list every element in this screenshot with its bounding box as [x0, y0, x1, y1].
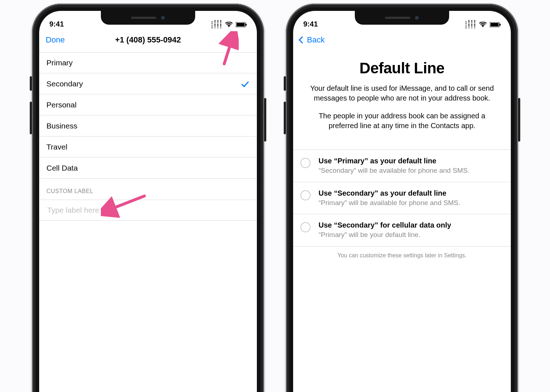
- custom-label-row[interactable]: [39, 200, 257, 221]
- option-subtitle: “Primary” will be your default line.: [319, 230, 451, 240]
- back-label: Back: [307, 35, 325, 45]
- option-title: Use “Secondary” for cellular data only: [319, 221, 451, 230]
- svg-rect-1: [237, 23, 245, 26]
- device-notch: [101, 11, 195, 25]
- label-row-celldata[interactable]: Cell Data: [39, 158, 257, 179]
- wifi-icon: [225, 22, 233, 28]
- battery-icon: [236, 22, 247, 27]
- status-time: 9:41: [49, 20, 64, 28]
- label-text: Travel: [46, 143, 67, 151]
- custom-label-input[interactable]: [46, 205, 250, 215]
- default-line-options: Use “Primary” as your default line “Seco…: [293, 150, 511, 246]
- device-notch: [355, 11, 449, 25]
- screen-default-line: 9:41 :!!!:!!! Back Default Line Your def…: [293, 11, 511, 392]
- label-text: Secondary: [46, 79, 83, 88]
- page-title: Default Line: [303, 60, 501, 77]
- label-text: Primary: [46, 58, 73, 67]
- label-row-primary[interactable]: Primary: [39, 52, 257, 73]
- radio-icon: [300, 222, 311, 232]
- label-list: Primary Secondary Personal Business Trav…: [39, 52, 257, 179]
- nav-bar: Back: [293, 30, 511, 50]
- option-subtitle: “Primary” will be available for phone an…: [319, 199, 460, 208]
- intro-paragraph-2: The people in your address book can be a…: [303, 111, 501, 131]
- nav-bar: Done +1 (408) 555-0942: [39, 30, 257, 50]
- footnote: You can customize these settings later i…: [293, 246, 511, 265]
- svg-rect-2: [246, 24, 247, 26]
- option-secondary-data-only[interactable]: Use “Secondary” for cellular data only “…: [293, 214, 511, 246]
- label-row-personal[interactable]: Personal: [39, 94, 257, 115]
- option-primary-default[interactable]: Use “Primary” as your default line “Seco…: [293, 150, 511, 182]
- svg-rect-4: [491, 23, 498, 26]
- hero-section: Default Line Your default line is used f…: [293, 50, 511, 150]
- custom-label-header: Custom Label: [39, 179, 257, 197]
- option-subtitle: “Secondary” will be available for phone …: [319, 166, 469, 175]
- iphone-frame-left: 9:41 :!!!:!!! Done +1 (408) 555-0942 Pri…: [32, 4, 264, 392]
- back-button[interactable]: Back: [300, 35, 325, 45]
- option-secondary-default[interactable]: Use “Secondary” as your default line “Pr…: [293, 182, 511, 214]
- battery-icon: [490, 22, 501, 27]
- label-row-secondary[interactable]: Secondary: [39, 73, 257, 94]
- screen-label-picker: 9:41 :!!!:!!! Done +1 (408) 555-0942 Pri…: [39, 11, 257, 392]
- label-row-travel[interactable]: Travel: [39, 136, 257, 158]
- wifi-icon: [479, 22, 487, 28]
- label-text: Personal: [46, 101, 77, 109]
- intro-paragraph-1: Your default line is used for iMessage, …: [303, 83, 501, 103]
- nav-title: +1 (408) 555-0942: [115, 35, 181, 45]
- option-title: Use “Secondary” as your default line: [319, 189, 460, 198]
- radio-icon: [300, 190, 311, 200]
- done-button[interactable]: Done: [46, 35, 65, 45]
- radio-icon: [300, 158, 311, 168]
- dual-sim-signal-icon: :!!!:!!!: [464, 21, 476, 28]
- dual-sim-signal-icon: :!!!:!!!: [210, 21, 222, 28]
- label-text: Business: [46, 122, 77, 130]
- checkmark-icon: [242, 80, 250, 88]
- option-title: Use “Primary” as your default line: [319, 156, 469, 166]
- label-row-business[interactable]: Business: [39, 115, 257, 136]
- svg-rect-5: [500, 24, 501, 26]
- label-text: Cell Data: [46, 164, 78, 172]
- status-time: 9:41: [303, 20, 318, 28]
- chevron-left-icon: [299, 36, 306, 44]
- iphone-frame-right: 9:41 :!!!:!!! Back Default Line Your def…: [286, 4, 518, 392]
